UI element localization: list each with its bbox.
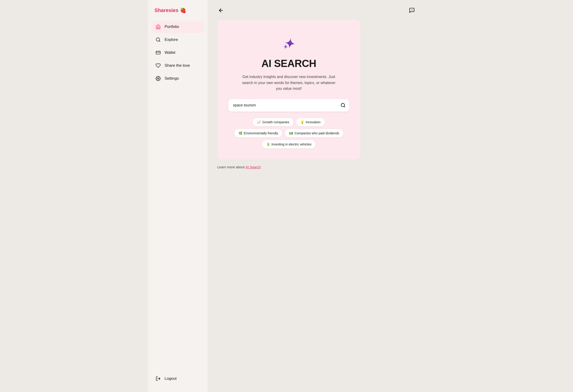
nav-list: Portfolio Explore	[152, 21, 204, 369]
portfolio-icon	[155, 24, 161, 30]
logo-name: Sharesies	[154, 7, 179, 13]
svg-rect-2	[156, 51, 160, 54]
sidebar: Sharesies 🍓 Portfolio	[148, 0, 208, 392]
sidebar-item-settings-label: Settings	[165, 76, 179, 81]
learn-more-area: Learn more about AI Search	[217, 165, 416, 169]
logo-emoji: 🍓	[180, 7, 186, 13]
sidebar-item-share-label: Share the love	[165, 63, 190, 68]
chip-eco-label: Environmentally friendly	[244, 131, 278, 135]
chip-innovation[interactable]: 💡 Innovation	[296, 118, 325, 126]
logout-button[interactable]: Logout	[152, 373, 204, 385]
back-button[interactable]	[217, 7, 225, 14]
chip-eco-emoji: 🌿	[238, 131, 242, 135]
search-input[interactable]	[228, 99, 349, 111]
app-container: Sharesies 🍓 Portfolio	[148, 0, 425, 392]
chip-ev[interactable]: 🔋 Investing in electric vehicles	[262, 140, 316, 148]
main-content: AI SEARCH Get industry insights and disc…	[208, 0, 425, 392]
logout-icon	[155, 376, 161, 381]
ai-search-description: Get industry insights and discover new i…	[240, 74, 337, 92]
search-input-wrapper	[228, 99, 349, 111]
sidebar-item-wallet-label: Wallet	[165, 50, 176, 55]
suggestion-chips: 📈 Growth companies 💡 Innovation 🌿 Enviro…	[228, 118, 349, 148]
top-bar	[217, 6, 416, 14]
sidebar-item-settings[interactable]: Settings	[152, 72, 204, 85]
ai-search-title: AI SEARCH	[261, 58, 316, 69]
logo: Sharesies 🍓	[154, 7, 201, 13]
sidebar-item-share-the-love[interactable]: Share the love	[152, 60, 204, 71]
chip-dividends-label: Companies who paid dividends	[294, 131, 339, 135]
learn-more-prefix: Learn more about	[217, 165, 246, 169]
chip-ev-label: Investing in electric vehicles	[271, 143, 312, 146]
chip-dividends[interactable]: 💵 Companies who paid dividends	[285, 129, 343, 137]
gear-icon	[155, 76, 161, 81]
ai-search-card: AI SEARCH Get industry insights and disc…	[217, 20, 360, 160]
heart-icon	[155, 63, 161, 68]
logo-area: Sharesies 🍓	[152, 7, 204, 21]
sidebar-item-portfolio-label: Portfolio	[165, 24, 179, 29]
sidebar-item-explore-label: Explore	[165, 37, 178, 42]
chip-dividends-emoji: 💵	[289, 131, 293, 135]
help-button[interactable]	[408, 6, 416, 14]
sidebar-bottom: Logout	[152, 369, 204, 385]
wallet-icon	[155, 50, 161, 55]
sidebar-item-explore[interactable]: Explore	[152, 34, 204, 46]
chip-growth-label: Growth companies	[262, 120, 289, 124]
chip-innovation-label: Innovation	[306, 120, 321, 124]
chip-growth[interactable]: 📈 Growth companies	[253, 118, 293, 126]
learn-more-link[interactable]: AI Search	[246, 165, 261, 169]
sparkle-icon	[281, 34, 297, 51]
sidebar-item-portfolio[interactable]: Portfolio	[152, 21, 204, 33]
svg-line-10	[344, 106, 345, 107]
chip-ev-emoji: 🔋	[266, 143, 270, 146]
svg-line-1	[159, 41, 160, 42]
search-submit-button[interactable]	[340, 103, 346, 108]
chip-eco[interactable]: 🌿 Environmentally friendly	[234, 129, 282, 137]
sidebar-item-wallet[interactable]: Wallet	[152, 47, 204, 59]
chip-innovation-emoji: 💡	[300, 120, 304, 124]
logout-label: Logout	[165, 376, 177, 381]
chip-growth-emoji: 📈	[257, 120, 261, 124]
svg-point-3	[158, 78, 159, 79]
search-icon	[155, 37, 161, 42]
